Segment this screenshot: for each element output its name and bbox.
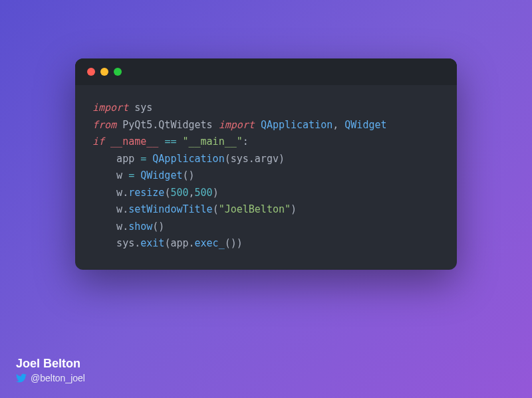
- code-token: w.: [92, 221, 128, 233]
- code-token: =: [140, 153, 146, 165]
- code-token: ): [213, 187, 219, 199]
- code-token: PyQt5.QtWidgets: [116, 119, 219, 131]
- twitter-icon: [16, 373, 27, 383]
- code-token: "JoelBelton": [219, 203, 291, 215]
- code-token: (): [182, 169, 194, 181]
- code-token: QWidget: [140, 169, 182, 181]
- code-token: (: [213, 203, 219, 215]
- code-window: import sysfrom PyQt5.QtWidgets import QA…: [75, 58, 457, 270]
- code-token: import: [219, 119, 255, 131]
- code-token: w.: [92, 203, 128, 215]
- code-token: (app.: [164, 237, 194, 249]
- author-name: Joel Belton: [16, 357, 85, 371]
- code-token: __name__: [110, 136, 158, 148]
- code-token: exec_: [195, 237, 225, 249]
- code-token: ,: [189, 187, 195, 199]
- code-token: [146, 153, 152, 165]
- code-token: setWindowTitle: [128, 203, 212, 215]
- code-token: QWidget: [344, 119, 386, 131]
- code-token: "__main__": [182, 136, 242, 148]
- code-token: :: [243, 136, 249, 148]
- minimize-icon[interactable]: [100, 68, 108, 76]
- code-token: (sys.argv): [225, 153, 285, 165]
- code-line: from PyQt5.QtWidgets import QApplication…: [92, 117, 440, 134]
- code-token: ): [291, 203, 297, 215]
- code-token: =: [128, 169, 134, 181]
- code-token: from: [92, 119, 116, 131]
- code-token: w.: [92, 187, 128, 199]
- code-token: [134, 169, 140, 181]
- author-handle: @belton_joel: [31, 373, 85, 383]
- code-token: show: [128, 221, 152, 233]
- code-token: ==: [164, 136, 176, 148]
- code-line: if __name__ == "__main__":: [92, 134, 440, 151]
- code-token: (): [152, 221, 164, 233]
- code-token: ()): [225, 237, 243, 249]
- code-line: w.setWindowTitle("JoelBelton"): [92, 201, 440, 219]
- code-token: sys: [128, 102, 152, 114]
- code-editor-content: import sysfrom PyQt5.QtWidgets import QA…: [75, 85, 457, 270]
- code-token: ,: [332, 119, 344, 131]
- code-line: import sys: [92, 100, 440, 117]
- code-token: app: [92, 153, 140, 165]
- author-credit: Joel Belton @belton_joel: [16, 357, 85, 383]
- code-line: w.show(): [92, 219, 440, 236]
- window-titlebar: [75, 58, 457, 85]
- code-token: resize: [128, 187, 164, 199]
- code-token: QApplication: [261, 119, 332, 131]
- code-token: import: [92, 102, 128, 114]
- code-token: sys.: [92, 237, 140, 249]
- code-token: 500: [170, 187, 188, 199]
- code-token: 500: [195, 187, 213, 199]
- author-handle-row: @belton_joel: [16, 373, 85, 383]
- code-line: w.resize(500,500): [92, 185, 440, 202]
- code-line: w = QWidget(): [92, 167, 440, 185]
- close-icon[interactable]: [87, 68, 95, 76]
- code-token: if: [92, 136, 104, 148]
- code-line: app = QApplication(sys.argv): [92, 151, 440, 168]
- code-token: QApplication: [152, 153, 224, 165]
- code-line: sys.exit(app.exec_()): [92, 235, 440, 252]
- code-token: exit: [140, 237, 164, 249]
- code-token: [104, 136, 110, 148]
- maximize-icon[interactable]: [114, 68, 122, 76]
- code-token: w: [92, 169, 128, 181]
- code-token: [255, 119, 261, 131]
